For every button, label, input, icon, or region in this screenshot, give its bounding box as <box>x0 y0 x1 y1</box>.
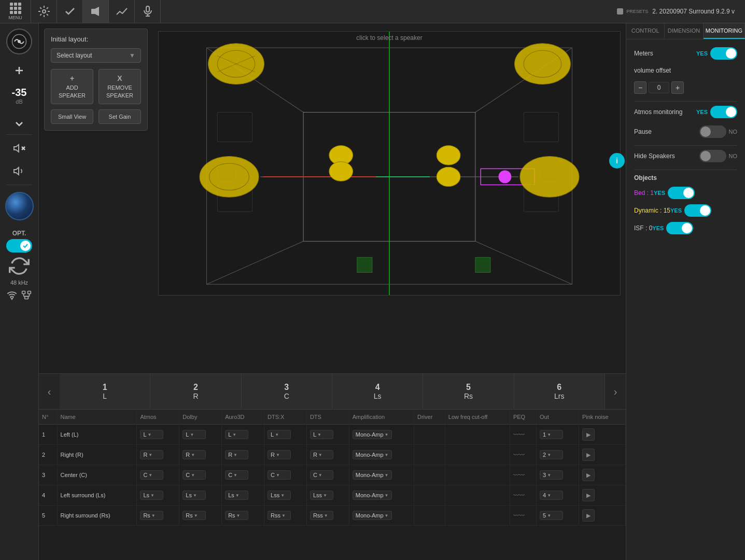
out-select-4[interactable]: 4▼ <box>540 491 563 500</box>
atmos-select-4[interactable]: Ls▼ <box>140 491 163 500</box>
channel-tab-3[interactable]: 3 C <box>242 374 332 409</box>
atmos-toggle-btn[interactable] <box>710 106 737 118</box>
out-select-3[interactable]: 3▼ <box>540 470 563 480</box>
out-select-5[interactable]: 5▼ <box>540 511 563 520</box>
dolby-select-3[interactable]: C▼ <box>182 470 206 480</box>
dtsx-select-4[interactable]: Lss▼ <box>268 491 291 500</box>
add-button[interactable] <box>9 61 30 80</box>
dts-select-3[interactable]: C▼ <box>310 470 333 480</box>
isf-toggle-btn[interactable] <box>666 222 693 234</box>
layout-select-label: Select layout <box>57 52 92 59</box>
dts-select-5[interactable]: Rss▼ <box>310 511 333 520</box>
vo-minus-btn[interactable]: − <box>634 81 646 94</box>
layout-select[interactable]: Select layout ▼ <box>51 48 141 63</box>
wifi-row <box>7 290 32 300</box>
dtsx-select-5[interactable]: Rss▼ <box>268 511 291 520</box>
amp-select-5[interactable]: Mono-Amp▼ <box>353 511 392 520</box>
svg-point-43 <box>515 44 571 85</box>
volume-down-button[interactable] <box>9 162 30 180</box>
dolby-select-1[interactable]: L▼ <box>182 430 206 439</box>
dtsx-select-3[interactable]: C▼ <box>268 470 291 480</box>
peq-btn-2[interactable]: 〰〰 <box>513 452 525 458</box>
bed-knob <box>683 188 694 198</box>
dts-select-2[interactable]: R▼ <box>310 450 333 459</box>
sync-icon[interactable] <box>9 257 30 275</box>
out-select-1[interactable]: 1▼ <box>540 430 563 439</box>
amp-select-2[interactable]: Mono-Amp▼ <box>353 450 392 459</box>
tab-monitoring[interactable]: MONITORING <box>704 23 745 39</box>
remove-speaker-button[interactable]: X REMOVESPEAKER <box>99 69 141 104</box>
dolby-select-2[interactable]: R▼ <box>182 450 206 459</box>
pink-noise-3[interactable]: ▶ <box>582 469 595 481</box>
atmos-select-5[interactable]: Rs▼ <box>140 511 163 520</box>
wifi-icon <box>7 290 17 300</box>
peq-btn-4[interactable]: 〰〰 <box>513 492 525 498</box>
dts-select-4[interactable]: Lss▼ <box>310 491 333 500</box>
check-button[interactable] <box>57 0 83 23</box>
isf-state: YES <box>652 225 664 231</box>
svg-point-45 <box>200 157 259 198</box>
out-select-2[interactable]: 2▼ <box>540 450 563 459</box>
down-button[interactable] <box>9 111 30 130</box>
amp-select-3[interactable]: Mono-Amp▼ <box>353 470 392 480</box>
small-view-button[interactable]: Small View <box>51 109 93 124</box>
presets-label: PRESETS <box>626 9 648 14</box>
atmos-select-1[interactable]: L▼ <box>140 430 163 439</box>
vo-plus-btn[interactable]: + <box>671 81 684 94</box>
tab-control[interactable]: CONTROL <box>626 23 665 39</box>
menu-label: MENU <box>8 15 22 20</box>
atmos-select-2[interactable]: R▼ <box>140 450 163 459</box>
pink-noise-2[interactable]: ▶ <box>582 449 595 461</box>
auro3d-select-3[interactable]: C▼ <box>225 470 248 480</box>
volume-unit: dB <box>16 99 22 105</box>
opt-toggle[interactable] <box>6 239 32 253</box>
menu-button[interactable]: MENU <box>0 0 31 23</box>
dynamic-toggle-btn[interactable] <box>684 204 711 217</box>
auro3d-select-2[interactable]: R▼ <box>225 450 248 459</box>
mute-button[interactable] <box>9 139 30 158</box>
info-button[interactable]: i <box>609 153 625 169</box>
bed-toggle-btn[interactable] <box>668 187 695 199</box>
pause-toggle-btn[interactable] <box>699 125 726 138</box>
svg-marker-2 <box>95 7 99 16</box>
channel-tab-6[interactable]: 6 Lrs <box>514 374 605 409</box>
meters-knob <box>726 48 736 59</box>
dynamic-row: Dynamic : 15 YES <box>634 204 737 217</box>
channel-tab-4[interactable]: 4 Ls <box>332 374 423 409</box>
auro3d-select-1[interactable]: L▼ <box>225 430 248 439</box>
settings-button[interactable] <box>31 0 57 23</box>
peq-btn-3[interactable]: 〰〰 <box>513 472 525 478</box>
auro3d-select-5[interactable]: Rs▼ <box>225 511 248 520</box>
channel-tab-2[interactable]: 2 R <box>150 374 241 409</box>
logo-button[interactable] <box>6 29 32 54</box>
dolby-select-5[interactable]: Rs▼ <box>182 511 206 520</box>
set-gain-button[interactable]: Set Gain <box>99 109 141 124</box>
channel-tab-1[interactable]: 1 L <box>60 374 150 409</box>
hide-toggle-btn[interactable] <box>699 150 726 162</box>
dtsx-select-1[interactable]: L▼ <box>268 430 291 439</box>
pink-noise-4[interactable]: ▶ <box>582 489 595 501</box>
dtsx-select-2[interactable]: R▼ <box>268 450 291 459</box>
add-speaker-button[interactable]: + ADDSPEAKER <box>51 69 93 104</box>
atmos-select-3[interactable]: C▼ <box>140 470 163 480</box>
amp-select-4[interactable]: Mono-Amp▼ <box>353 491 392 500</box>
chart-button[interactable] <box>109 0 135 23</box>
pink-noise-1[interactable]: ▶ <box>582 428 595 441</box>
amp-select-1[interactable]: Mono-Amp▼ <box>353 430 392 439</box>
peq-btn-1[interactable]: 〰〰 <box>513 431 525 438</box>
channel-prev[interactable]: ‹ <box>39 374 60 409</box>
atmos-label: Atmos monitoring <box>634 108 682 116</box>
dolby-select-4[interactable]: Ls▼ <box>182 491 206 500</box>
pink-noise-5[interactable]: ▶ <box>582 509 595 522</box>
channel-tab-5[interactable]: 5 Rs <box>423 374 514 409</box>
speaker-button[interactable] <box>83 0 109 23</box>
auro3d-select-4[interactable]: Ls▼ <box>225 491 248 500</box>
dts-select-1[interactable]: L▼ <box>310 430 333 439</box>
tab-dimension[interactable]: DIMENSION <box>665 23 703 39</box>
meters-label: Meters <box>634 50 653 57</box>
mic-button[interactable] <box>135 0 161 23</box>
peq-btn-5[interactable]: 〰〰 <box>513 512 525 519</box>
dynamic-knob <box>700 205 710 216</box>
channel-next[interactable]: › <box>605 374 626 409</box>
meters-toggle-btn[interactable] <box>710 47 737 60</box>
